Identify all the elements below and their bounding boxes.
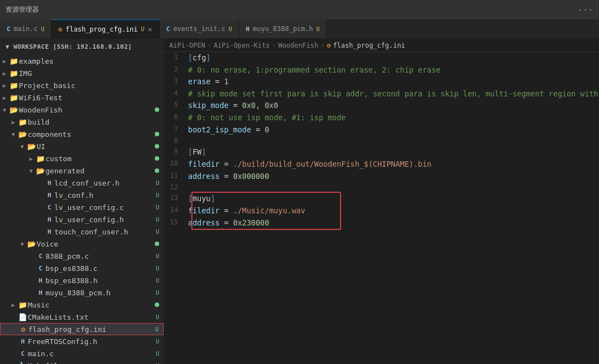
code-area[interactable]: 1[cfg]2# 0: no erase, 1:programmed secti… [164,52,599,364]
line-number: 6 [164,112,186,124]
tree-item-19[interactable]: Hmuyu_8388_pcm.hU [0,286,164,299]
folder-icon: 📁 [9,81,19,90]
tree-label: generated [45,167,153,175]
modified-dot [155,168,159,173]
tree-item-14[interactable]: Htouch_conf_user.hU [0,225,164,238]
tree-label: CMakeLists.txt [28,313,154,321]
line-number: 14 [164,205,186,217]
tab-close[interactable]: × [148,25,152,33]
bracket-close: ] [211,194,215,203]
title-menu-dots[interactable]: ··· [577,4,593,15]
tree-label: bsp_es8388.h [45,276,154,285]
eq-span: = [229,101,242,110]
tree-label: Voice [37,240,153,248]
tree-label: Music [28,301,153,309]
tab-tab-flash[interactable]: ⚙flash_prog_cfg.iniU× [52,19,160,38]
tree-label: flash_prog_cfg.ini [28,325,153,334]
tree-item-3[interactable]: ▶📁WiFi6-Test [0,91,164,104]
tab-tab-events[interactable]: Cevents_init.cU [160,19,240,38]
tree-label: Makefile [28,362,154,365]
line-number: 3 [164,76,186,88]
tab-badge: U [229,26,232,32]
section-name: cfg [192,53,206,62]
tree-item-1[interactable]: ▶📁IMG [0,67,164,79]
tree-badge-u: U [156,180,159,186]
tree-label: lv_conf.h [54,191,154,199]
tree-item-4[interactable]: ▼📂WoodenFish [0,104,164,116]
tab-label: main.c [14,25,38,33]
tree-arrow: ▶ [9,119,18,125]
tree-item-6[interactable]: ▼📂components [0,128,164,140]
tree-item-21[interactable]: 📄CMakeLists.txtU [0,311,164,323]
section-name: FW [192,147,201,156]
tree-item-11[interactable]: Hlv_conf.hU [0,189,164,201]
tree-item-23[interactable]: HFreeRTOSConfig.hU [0,335,164,347]
bracket-open: [ [188,53,192,62]
tree-item-22[interactable]: ⚙flash_prog_cfg.iniU [0,323,164,335]
folder-icon: 📁 [35,155,45,163]
eq-span: = [220,172,233,181]
tree-item-10[interactable]: Hlcd_conf_user.hU [0,177,164,189]
tab-tab-main[interactable]: Cmain.cU [0,19,52,38]
breadcrumb-icon-gear: ⚙ [327,42,331,49]
modified-dot [155,144,159,148]
tab-label: flash_prog_cfg.ini [65,25,138,33]
tree-item-18[interactable]: Hbsp_es8388.hU [0,274,164,286]
tree-item-13[interactable]: Hlv_user_config.hU [0,213,164,225]
tree-item-9[interactable]: ▼📂generated [0,165,164,177]
h-file-icon: H [44,192,54,199]
modified-dot [155,107,159,112]
folder-icon: 📁 [18,301,28,309]
gear-file-icon: ⚙ [18,325,28,334]
breadcrumb-item-1: AiPi-OPEN [169,42,205,49]
eq-span: = [220,160,233,168]
tree-item-5[interactable]: ▶📁build [0,116,164,128]
tree-badge-u: U [156,217,159,223]
tree-item-8[interactable]: ▶📁custom [0,152,164,165]
breadcrumb-sep-1: › [207,42,211,49]
tree-label: build [28,118,159,126]
tree-label: FreeRTOSConfig.h [28,337,154,346]
folder-open-icon: 📂 [27,240,37,248]
tree-item-7[interactable]: ▼📂UI [0,140,164,152]
comment-span: # 0: no erase, 1:programmed section eras… [188,65,440,74]
tree-item-24[interactable]: Cmain.cU [0,347,164,360]
line-code: filedir = ./Music/muyu.wav [186,205,599,217]
comment-span: # 0: not use isp mode, #1: isp mode [188,113,346,122]
tree-item-2[interactable]: ▶📁Project_basic [0,79,164,91]
bracket-close: ] [201,147,206,156]
tree-item-15[interactable]: ▼📂Voice [0,238,164,250]
c-file-icon: C [18,350,28,357]
tree-arrow: ▶ [0,70,9,76]
tree-label: touch_conf_user.h [54,228,154,236]
eq-span: = [220,206,233,215]
sidebar-header: ▼ WORKSPACE [SSH: 192.168.0.102] [0,39,164,55]
tree-label: Project_basic [19,81,159,90]
tree-item-20[interactable]: ▶📁Music [0,299,164,311]
tree-label: lv_user_config.h [54,216,154,224]
key-span: erase [188,77,211,86]
sidebar-workspace-label: ▼ WORKSPACE [SSH: 192.168.0.102] [6,43,132,50]
line-code: [cfg] [186,52,599,64]
line-code: erase = 1 [186,76,599,88]
tree-item-16[interactable]: C8388_pcm.cU [0,250,164,262]
tree-item-12[interactable]: Clv_user_config.cU [0,201,164,213]
h-file-icon: H [44,228,54,235]
tree-arrow: ▶ [0,95,9,101]
tree-item-17[interactable]: Cbsp_es8388.cU [0,262,164,274]
code-line-15: 15address = 0x230000 [164,217,599,229]
tree-label: bsp_es8388.c [45,264,154,273]
line-code: skip_mode = 0x0, 0x0 [186,100,599,112]
tab-tab-muyu[interactable]: Hmuyu_8388_pcm.hU [239,19,327,38]
tree-item-25[interactable]: 🔧MakefileU [0,360,164,364]
breadcrumb: AiPi-OPEN › AiPi-Open-Kits › WoodenFish … [164,39,599,52]
line-number: 9 [164,146,186,158]
value-str: ./build/build_out/WoodenFish_$(CHIPNAME)… [233,160,432,168]
h-file-icon: H [35,289,45,296]
value-num: 0x000000 [233,172,269,181]
tree-label: lv_user_config.c [54,203,154,212]
tree-arrow: ▶ [27,156,35,162]
tree-item-0[interactable]: ▶📁examples [0,55,164,67]
tree-arrow: ▼ [0,107,9,113]
folder-icon: 📁 [9,69,19,78]
